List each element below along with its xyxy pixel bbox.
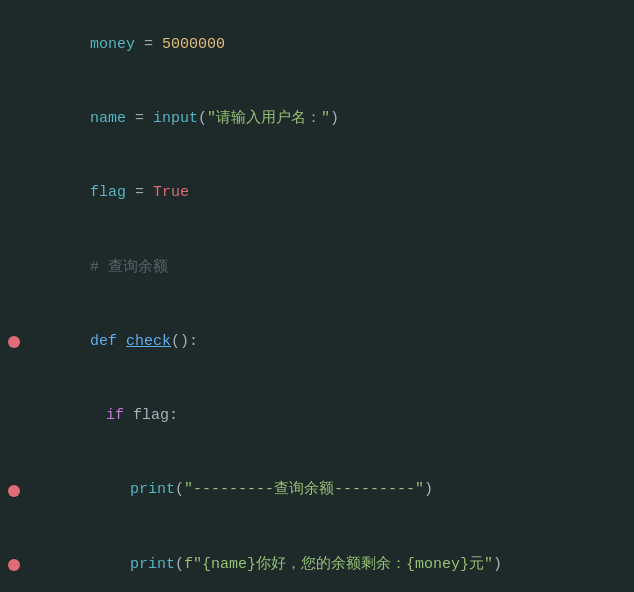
code-line-6: if flag: [0, 379, 634, 453]
token-def1: def [90, 333, 117, 350]
code-line-1: money = 5000000 [0, 8, 634, 82]
line-4-code: # 查询余额 [28, 231, 634, 305]
code-line-3: flag = True [0, 157, 634, 231]
code-line-2: name = input("请输入用户名：") [0, 82, 634, 156]
token-if: if [106, 407, 124, 424]
breakpoint-8[interactable] [8, 559, 20, 571]
token-money: money [90, 36, 135, 53]
line-7-code: print("---------查询余额---------") [28, 454, 634, 528]
token-flag: flag [90, 184, 126, 201]
breakpoint-5[interactable] [8, 336, 20, 348]
token-fstr1: f"{name}你好，您的余额剩余：{money}元" [184, 556, 493, 573]
code-line-8: print(f"{name}你好，您的余额剩余：{money}元") [0, 528, 634, 592]
token-check: check [126, 333, 171, 350]
token-print1: print [130, 481, 175, 498]
line-8-code: print(f"{name}你好，您的余额剩余：{money}元") [28, 528, 634, 592]
code-line-5: def check(): [0, 305, 634, 379]
token-comment1: # 查询余额 [90, 259, 168, 276]
token-input: input [153, 110, 198, 127]
token-str1: "请输入用户名：" [207, 110, 330, 127]
token-name: name [90, 110, 126, 127]
line-1-code: money = 5000000 [28, 8, 634, 82]
breakpoint-7[interactable] [8, 485, 20, 497]
token-str2: "---------查询余额---------" [184, 481, 424, 498]
line-2-code: name = input("请输入用户名：") [28, 82, 634, 156]
gutter-7 [0, 485, 28, 497]
gutter-5 [0, 336, 28, 348]
gutter-8 [0, 559, 28, 571]
line-3-code: flag = True [28, 157, 634, 231]
line-5-code: def check(): [28, 305, 634, 379]
token-print2: print [130, 556, 175, 573]
token-number: 5000000 [162, 36, 225, 53]
line-6-code: if flag: [28, 379, 634, 453]
code-line-7: print("---------查询余额---------") [0, 454, 634, 528]
code-line-4: # 查询余额 [0, 231, 634, 305]
token-true: True [153, 184, 189, 201]
code-editor: money = 5000000 name = input("请输入用户名：") … [0, 0, 634, 592]
